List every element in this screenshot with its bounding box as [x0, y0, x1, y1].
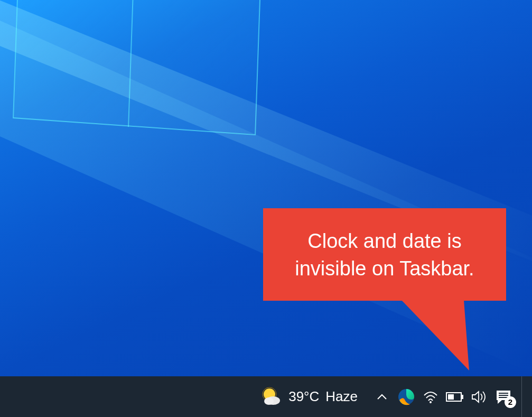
svg-marker-0 — [402, 300, 469, 370]
battery-icon — [446, 392, 464, 402]
weather-widget[interactable]: 39°C Haze — [260, 386, 358, 408]
svg-rect-9 — [448, 394, 454, 400]
wifi-icon — [423, 390, 438, 404]
action-center-button[interactable]: 2 — [493, 386, 514, 407]
microsoft-edge-icon — [397, 388, 415, 406]
chevron-up-icon — [377, 394, 387, 400]
annotation-arrow — [402, 299, 475, 373]
svg-rect-8 — [462, 395, 463, 399]
weather-sun-cloud-icon — [260, 386, 282, 408]
tray-overflow-button[interactable] — [371, 386, 393, 407]
annotation-text: Clock and date is invisible on Taskbar. — [274, 227, 496, 282]
svg-point-6 — [430, 401, 432, 403]
svg-point-4 — [264, 397, 274, 405]
weather-condition: Haze — [325, 388, 358, 405]
tray-edge-app[interactable] — [396, 386, 417, 407]
tray-battery[interactable] — [444, 386, 465, 407]
annotation-callout: Clock and date is invisible on Taskbar. — [263, 208, 506, 301]
speaker-icon — [471, 390, 487, 404]
wallpaper-window-shape — [13, 0, 262, 135]
weather-temperature: 39°C — [288, 388, 319, 405]
notification-badge: 2 — [505, 396, 516, 408]
tray-volume[interactable] — [469, 386, 490, 407]
taskbar[interactable]: 39°C Haze — [0, 376, 532, 417]
tray-wifi[interactable] — [420, 386, 441, 407]
show-desktop-button[interactable] — [521, 376, 526, 417]
